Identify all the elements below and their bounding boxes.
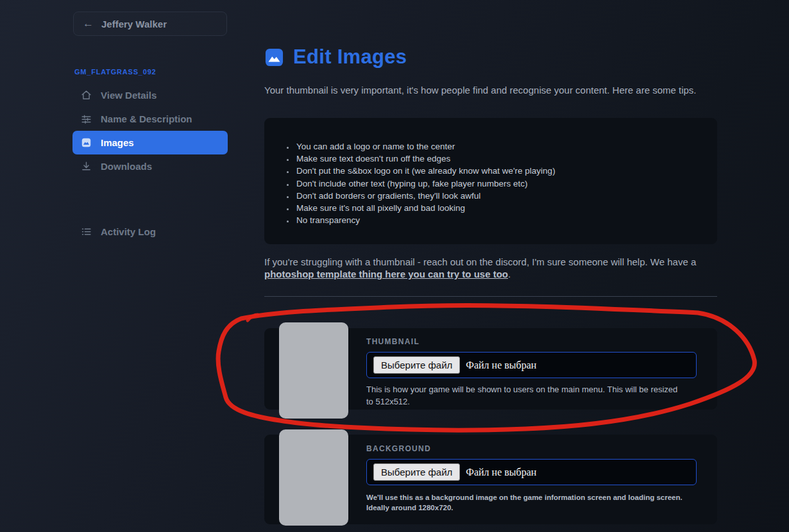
- page-title-row: Edit Images: [264, 46, 407, 69]
- tip-item: Make sure text doesn't run off the edges: [295, 153, 717, 165]
- sliders-icon: [81, 113, 92, 124]
- tips-panel: You can add a logo or name to the center…: [264, 118, 717, 244]
- tip-item: You can add a logo or name to the center: [295, 140, 717, 153]
- thumbnail-section-content: THUMBNAIL Выберите файл Файл не выбран T…: [366, 328, 706, 408]
- sidebar-item-images[interactable]: Images: [72, 131, 228, 154]
- sidebar-item-downloads[interactable]: Downloads: [72, 154, 228, 178]
- background-label: BACKGROUND: [366, 444, 706, 453]
- back-button-label: Jeffery Walker: [101, 19, 167, 29]
- tips-list: You can add a logo or name to the center…: [295, 140, 717, 226]
- sidebar-item-activity-log[interactable]: Activity Log: [72, 220, 228, 244]
- help-paragraph: If you're struggling with a thumbnail - …: [264, 256, 717, 280]
- image-icon: [81, 137, 92, 148]
- choose-file-button[interactable]: Выберите файл: [373, 356, 460, 374]
- background-preview-image: [279, 429, 348, 526]
- tip-item: Don't add borders or gradients, they'll …: [295, 190, 717, 202]
- help-text-suffix: .: [508, 269, 511, 279]
- sidebar-item-label: Downloads: [101, 161, 152, 172]
- tip-item: No transparency: [295, 214, 717, 226]
- sidebar-footer-nav: Activity Log: [72, 220, 228, 244]
- help-text: If you're struggling with a thumbnail - …: [264, 256, 696, 267]
- choose-file-button[interactable]: Выберите файл: [373, 463, 460, 481]
- sidebar-item-label: Activity Log: [101, 226, 156, 237]
- tip-item: Make sure it's not all pixelly and bad l…: [295, 202, 717, 214]
- project-label: GM_FLATGRASS_092: [74, 68, 157, 76]
- thumbnail-description: This is how your game will be shown to u…: [366, 383, 681, 408]
- sidebar-nav: View Details Name & Description Images D…: [72, 83, 228, 178]
- image-icon: [264, 47, 284, 67]
- thumbnail-label: THUMBNAIL: [366, 337, 706, 346]
- back-button[interactable]: ← Jeffery Walker: [73, 12, 227, 36]
- page-title: Edit Images: [293, 46, 407, 69]
- sidebar: ← Jeffery Walker GM_FLATGRASS_092 View D…: [0, 0, 251, 532]
- file-status-text: Файл не выбран: [466, 467, 536, 478]
- list-icon: [81, 226, 92, 237]
- arrow-left-icon: ←: [83, 17, 94, 30]
- tip-item: Don't include other text (hyping up, fak…: [295, 178, 717, 190]
- thumbnail-preview-image: [279, 322, 348, 419]
- home-icon: [81, 90, 92, 101]
- thumbnail-file-input[interactable]: Выберите файл Файл не выбран: [366, 352, 697, 378]
- tip-item: Don't put the s&box logo on it (we alrea…: [295, 165, 717, 177]
- background-description: We'll use this as a background image on …: [366, 492, 687, 513]
- download-icon: [81, 161, 92, 172]
- divider: [264, 296, 717, 297]
- sidebar-item-label: View Details: [101, 90, 157, 101]
- sidebar-item-label: Name & Description: [101, 113, 192, 124]
- background-section: BACKGROUND Выберите файл Файл не выбран …: [264, 435, 717, 524]
- background-file-input[interactable]: Выберите файл Файл не выбран: [366, 459, 697, 485]
- background-section-content: BACKGROUND Выберите файл Файл не выбран …: [366, 435, 706, 513]
- thumbnail-section: THUMBNAIL Выберите файл Файл не выбран T…: [264, 328, 717, 410]
- sidebar-item-name-description[interactable]: Name & Description: [72, 107, 228, 131]
- photoshop-template-link[interactable]: photoshop template thing here you can tr…: [264, 269, 508, 279]
- sidebar-item-view-details[interactable]: View Details: [72, 83, 228, 107]
- file-status-text: Файл не выбран: [466, 360, 536, 371]
- sidebar-item-label: Images: [101, 137, 134, 148]
- intro-text: Your thumbnail is very important, it's h…: [264, 84, 717, 96]
